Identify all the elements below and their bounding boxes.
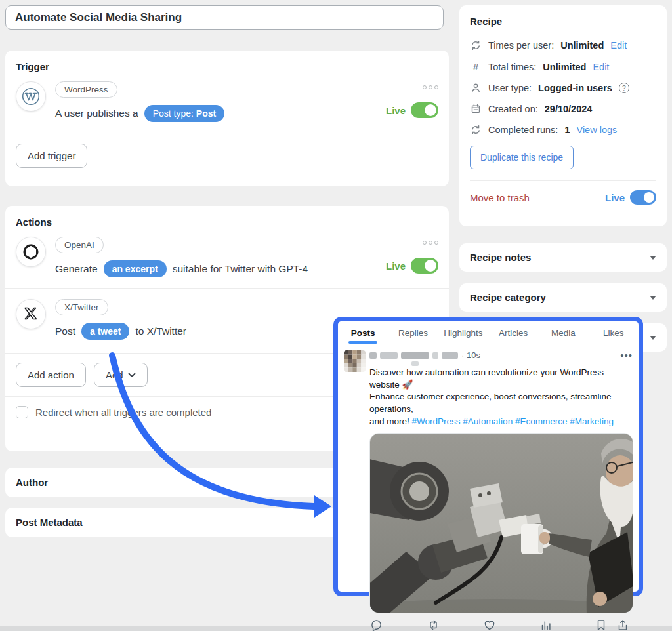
add-dropdown-button[interactable]: Add: [94, 363, 148, 387]
trigger-options-menu-icon[interactable]: [423, 84, 438, 89]
times-per-user-row: Times per user: Unlimited Edit: [470, 40, 656, 51]
share-icon[interactable]: [617, 619, 629, 631]
tweet-action-bar: [369, 613, 633, 631]
recipe-heading: Recipe: [470, 16, 656, 27]
duplicate-recipe-button[interactable]: Duplicate this recipe: [470, 146, 574, 169]
tweet-preview-overlay: Posts Replies Highlights Articles Media …: [333, 317, 643, 596]
repeat-icon: [470, 40, 482, 51]
repeat-icon: [470, 125, 482, 135]
recipe-title-input[interactable]: [5, 5, 444, 30]
action-item-openai: OpenAI Generate an excerpt suitable for …: [5, 228, 449, 288]
post-metadata-heading: Post Metadata: [16, 517, 83, 528]
actions-heading: Actions: [5, 206, 449, 228]
repost-icon[interactable]: [427, 619, 440, 631]
blurred-username: [432, 352, 438, 359]
bookmark-icon[interactable]: [596, 619, 606, 631]
recipe-category-panel[interactable]: Recipe category: [459, 283, 667, 312]
blurred-username: [401, 352, 429, 359]
post-type-token[interactable]: Post type: Post: [144, 105, 225, 122]
blurred-username: [380, 352, 398, 359]
tab-media[interactable]: Media: [538, 321, 588, 344]
total-times-row: # Total times: Unlimited Edit: [470, 61, 656, 72]
redirect-checkbox-label: Redirect when all triggers are completed: [35, 407, 211, 418]
completed-runs-row: Completed runs: 1 View logs: [470, 125, 656, 135]
add-action-button[interactable]: Add action: [16, 363, 86, 387]
recipe-sidebar-panel: Recipe Times per user: Unlimited Edit # …: [459, 5, 667, 226]
blurred-username: [442, 352, 458, 359]
trigger-heading: Trigger: [5, 51, 449, 72]
views-icon[interactable]: [540, 619, 552, 631]
tab-likes[interactable]: Likes: [589, 321, 639, 344]
tab-replies[interactable]: Replies: [388, 321, 438, 344]
tweet-tabs: Posts Replies Highlights Articles Media …: [338, 321, 639, 344]
tab-highlights[interactable]: Highlights: [438, 321, 488, 344]
move-to-trash-link[interactable]: Move to trash: [470, 192, 530, 203]
blurred-username: [411, 361, 419, 366]
recipe-notes-heading: Recipe notes: [470, 252, 531, 263]
avatar: [344, 350, 366, 372]
author-heading: Author: [16, 477, 48, 488]
redirect-checkbox[interactable]: [16, 406, 28, 418]
created-on-row: Created on: 29/10/2024: [470, 104, 656, 114]
chevron-down-icon: [650, 336, 656, 340]
tweet-timestamp: · 10s: [461, 350, 480, 360]
user-type-row: User type: Logged-in users ?: [470, 83, 656, 93]
tweet-image: [369, 433, 633, 613]
chevron-down-icon: [128, 373, 136, 378]
tweet-text: Discover how automation can revolutioniz…: [369, 367, 633, 428]
recipe-live-label: Live: [605, 192, 625, 203]
tab-posts[interactable]: Posts: [338, 321, 388, 344]
hash-icon: #: [470, 61, 482, 72]
action-sentence: Post: [55, 325, 75, 337]
chevron-down-icon: [650, 256, 656, 260]
like-icon[interactable]: [484, 619, 495, 631]
action-sentence-suffix: suitable for Twitter with GPT-4: [173, 263, 308, 275]
integration-pill-twitter[interactable]: X/Twitter: [55, 299, 108, 316]
calendar-icon: [470, 104, 482, 114]
action-sentence: Generate: [55, 263, 98, 275]
integration-pill-wordpress[interactable]: WordPress: [55, 81, 117, 98]
edit-link[interactable]: Edit: [610, 40, 627, 51]
recipe-notes-panel[interactable]: Recipe notes: [459, 243, 667, 272]
trigger-panel: Trigger WordPress A user publishes a Pos…: [5, 51, 449, 186]
trigger-sentence: A user publishes a: [55, 108, 138, 119]
wordpress-icon: [16, 81, 46, 112]
edit-link[interactable]: Edit: [593, 62, 609, 72]
action-options-menu-icon[interactable]: [423, 239, 438, 245]
action-live-label: Live: [386, 260, 406, 272]
x-twitter-icon: [16, 299, 46, 329]
trigger-live-toggle[interactable]: [411, 102, 438, 118]
help-icon[interactable]: ?: [619, 83, 629, 93]
chevron-down-icon: [650, 296, 656, 300]
add-trigger-button[interactable]: Add trigger: [16, 144, 87, 168]
excerpt-token[interactable]: an excerpt: [104, 260, 167, 277]
trigger-live-label: Live: [386, 105, 406, 116]
recipe-live-toggle[interactable]: [630, 190, 656, 205]
integration-pill-openai[interactable]: OpenAI: [55, 237, 104, 253]
action-live-toggle[interactable]: [411, 258, 438, 274]
openai-icon: [16, 237, 46, 267]
tweet-token[interactable]: a tweet: [81, 323, 129, 340]
tab-articles[interactable]: Articles: [488, 321, 538, 344]
recipe-category-heading: Recipe category: [470, 292, 546, 303]
divider: [470, 180, 656, 181]
view-logs-link[interactable]: View logs: [576, 125, 617, 135]
blurred-username: [369, 352, 377, 359]
user-icon: [470, 83, 482, 93]
trigger-item: WordPress A user publishes a Post type: …: [5, 72, 449, 134]
tweet-hashtags[interactable]: #WordPress #Automation #Ecommerce #Marke…: [412, 417, 614, 426]
reply-icon[interactable]: [371, 619, 383, 631]
action-sentence-suffix: to X/Twitter: [135, 325, 186, 337]
